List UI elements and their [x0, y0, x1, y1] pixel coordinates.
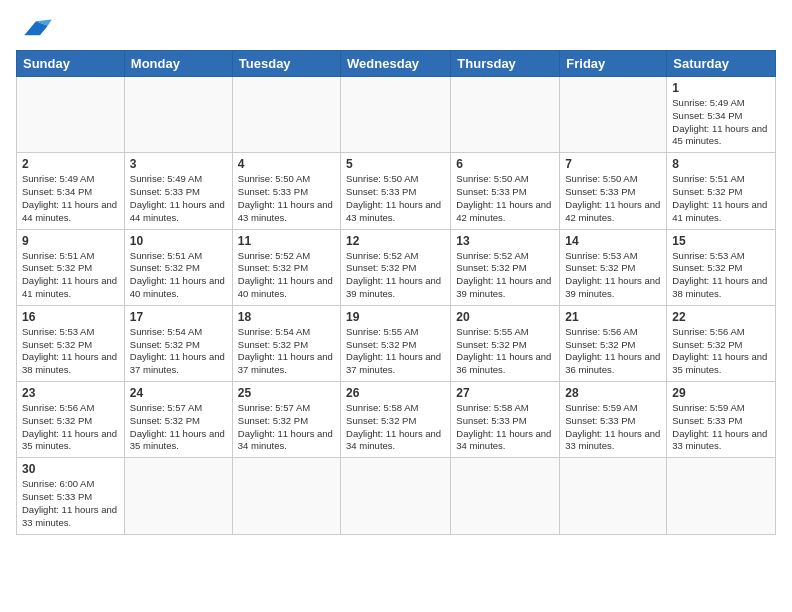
calendar-cell: 14Sunrise: 5:53 AM Sunset: 5:32 PM Dayli…: [560, 229, 667, 305]
day-details: Sunrise: 5:56 AM Sunset: 5:32 PM Dayligh…: [22, 402, 119, 453]
calendar-cell: 20Sunrise: 5:55 AM Sunset: 5:32 PM Dayli…: [451, 305, 560, 381]
calendar-cell: 1Sunrise: 5:49 AM Sunset: 5:34 PM Daylig…: [667, 77, 776, 153]
calendar-week-4: 16Sunrise: 5:53 AM Sunset: 5:32 PM Dayli…: [17, 305, 776, 381]
header-day-friday: Friday: [560, 51, 667, 77]
calendar-cell: 6Sunrise: 5:50 AM Sunset: 5:33 PM Daylig…: [451, 153, 560, 229]
logo-icon: [16, 18, 56, 40]
calendar-cell: 4Sunrise: 5:50 AM Sunset: 5:33 PM Daylig…: [232, 153, 340, 229]
calendar-cell: [451, 77, 560, 153]
day-details: Sunrise: 5:52 AM Sunset: 5:32 PM Dayligh…: [238, 250, 335, 301]
day-number: 30: [22, 462, 119, 476]
calendar-week-1: 1Sunrise: 5:49 AM Sunset: 5:34 PM Daylig…: [17, 77, 776, 153]
calendar-table: SundayMondayTuesdayWednesdayThursdayFrid…: [16, 50, 776, 535]
calendar-cell: 8Sunrise: 5:51 AM Sunset: 5:32 PM Daylig…: [667, 153, 776, 229]
calendar-cell: 22Sunrise: 5:56 AM Sunset: 5:32 PM Dayli…: [667, 305, 776, 381]
calendar-cell: 18Sunrise: 5:54 AM Sunset: 5:32 PM Dayli…: [232, 305, 340, 381]
calendar-cell: 3Sunrise: 5:49 AM Sunset: 5:33 PM Daylig…: [124, 153, 232, 229]
calendar-cell: 13Sunrise: 5:52 AM Sunset: 5:32 PM Dayli…: [451, 229, 560, 305]
day-number: 28: [565, 386, 661, 400]
calendar-cell: 5Sunrise: 5:50 AM Sunset: 5:33 PM Daylig…: [341, 153, 451, 229]
calendar-cell: 25Sunrise: 5:57 AM Sunset: 5:32 PM Dayli…: [232, 382, 340, 458]
calendar-cell: [341, 77, 451, 153]
header-row: SundayMondayTuesdayWednesdayThursdayFrid…: [17, 51, 776, 77]
calendar-cell: [124, 77, 232, 153]
header-day-thursday: Thursday: [451, 51, 560, 77]
day-number: 15: [672, 234, 770, 248]
day-number: 22: [672, 310, 770, 324]
day-details: Sunrise: 5:53 AM Sunset: 5:32 PM Dayligh…: [565, 250, 661, 301]
calendar-week-2: 2Sunrise: 5:49 AM Sunset: 5:34 PM Daylig…: [17, 153, 776, 229]
day-number: 12: [346, 234, 445, 248]
day-details: Sunrise: 5:53 AM Sunset: 5:32 PM Dayligh…: [22, 326, 119, 377]
header-day-monday: Monday: [124, 51, 232, 77]
calendar-cell: [232, 77, 340, 153]
calendar-cell: 26Sunrise: 5:58 AM Sunset: 5:32 PM Dayli…: [341, 382, 451, 458]
day-details: Sunrise: 5:55 AM Sunset: 5:32 PM Dayligh…: [456, 326, 554, 377]
logo: [16, 16, 60, 40]
day-number: 21: [565, 310, 661, 324]
calendar-cell: 21Sunrise: 5:56 AM Sunset: 5:32 PM Dayli…: [560, 305, 667, 381]
day-number: 19: [346, 310, 445, 324]
day-number: 26: [346, 386, 445, 400]
day-details: Sunrise: 5:52 AM Sunset: 5:32 PM Dayligh…: [456, 250, 554, 301]
day-details: Sunrise: 5:58 AM Sunset: 5:33 PM Dayligh…: [456, 402, 554, 453]
header-day-tuesday: Tuesday: [232, 51, 340, 77]
day-number: 13: [456, 234, 554, 248]
calendar-header: SundayMondayTuesdayWednesdayThursdayFrid…: [17, 51, 776, 77]
calendar-cell: 23Sunrise: 5:56 AM Sunset: 5:32 PM Dayli…: [17, 382, 125, 458]
day-number: 4: [238, 157, 335, 171]
day-details: Sunrise: 5:49 AM Sunset: 5:34 PM Dayligh…: [22, 173, 119, 224]
header-day-sunday: Sunday: [17, 51, 125, 77]
day-details: Sunrise: 5:57 AM Sunset: 5:32 PM Dayligh…: [238, 402, 335, 453]
day-details: Sunrise: 5:51 AM Sunset: 5:32 PM Dayligh…: [672, 173, 770, 224]
day-number: 16: [22, 310, 119, 324]
day-details: Sunrise: 5:58 AM Sunset: 5:32 PM Dayligh…: [346, 402, 445, 453]
calendar-cell: 27Sunrise: 5:58 AM Sunset: 5:33 PM Dayli…: [451, 382, 560, 458]
calendar-cell: 10Sunrise: 5:51 AM Sunset: 5:32 PM Dayli…: [124, 229, 232, 305]
day-number: 27: [456, 386, 554, 400]
calendar-cell: [560, 458, 667, 534]
day-details: Sunrise: 5:50 AM Sunset: 5:33 PM Dayligh…: [238, 173, 335, 224]
day-details: Sunrise: 5:56 AM Sunset: 5:32 PM Dayligh…: [672, 326, 770, 377]
calendar-week-3: 9Sunrise: 5:51 AM Sunset: 5:32 PM Daylig…: [17, 229, 776, 305]
day-details: Sunrise: 5:49 AM Sunset: 5:34 PM Dayligh…: [672, 97, 770, 148]
day-details: Sunrise: 5:57 AM Sunset: 5:32 PM Dayligh…: [130, 402, 227, 453]
calendar-cell: 15Sunrise: 5:53 AM Sunset: 5:32 PM Dayli…: [667, 229, 776, 305]
day-details: Sunrise: 5:51 AM Sunset: 5:32 PM Dayligh…: [22, 250, 119, 301]
calendar-cell: 2Sunrise: 5:49 AM Sunset: 5:34 PM Daylig…: [17, 153, 125, 229]
day-number: 29: [672, 386, 770, 400]
calendar-cell: 7Sunrise: 5:50 AM Sunset: 5:33 PM Daylig…: [560, 153, 667, 229]
calendar-cell: 19Sunrise: 5:55 AM Sunset: 5:32 PM Dayli…: [341, 305, 451, 381]
calendar-cell: [667, 458, 776, 534]
header-day-wednesday: Wednesday: [341, 51, 451, 77]
day-number: 14: [565, 234, 661, 248]
day-details: Sunrise: 5:50 AM Sunset: 5:33 PM Dayligh…: [565, 173, 661, 224]
calendar-cell: 9Sunrise: 5:51 AM Sunset: 5:32 PM Daylig…: [17, 229, 125, 305]
day-details: Sunrise: 5:50 AM Sunset: 5:33 PM Dayligh…: [456, 173, 554, 224]
day-details: Sunrise: 5:53 AM Sunset: 5:32 PM Dayligh…: [672, 250, 770, 301]
day-number: 6: [456, 157, 554, 171]
day-details: Sunrise: 5:59 AM Sunset: 5:33 PM Dayligh…: [672, 402, 770, 453]
header-day-saturday: Saturday: [667, 51, 776, 77]
logo-area: [16, 16, 60, 40]
calendar-cell: [341, 458, 451, 534]
calendar-cell: 16Sunrise: 5:53 AM Sunset: 5:32 PM Dayli…: [17, 305, 125, 381]
day-number: 20: [456, 310, 554, 324]
day-number: 24: [130, 386, 227, 400]
calendar-cell: 17Sunrise: 5:54 AM Sunset: 5:32 PM Dayli…: [124, 305, 232, 381]
calendar-week-6: 30Sunrise: 6:00 AM Sunset: 5:33 PM Dayli…: [17, 458, 776, 534]
calendar-cell: [560, 77, 667, 153]
day-number: 25: [238, 386, 335, 400]
day-number: 8: [672, 157, 770, 171]
calendar-cell: 29Sunrise: 5:59 AM Sunset: 5:33 PM Dayli…: [667, 382, 776, 458]
day-details: Sunrise: 5:55 AM Sunset: 5:32 PM Dayligh…: [346, 326, 445, 377]
day-number: 9: [22, 234, 119, 248]
calendar-cell: 24Sunrise: 5:57 AM Sunset: 5:32 PM Dayli…: [124, 382, 232, 458]
day-number: 17: [130, 310, 227, 324]
day-details: Sunrise: 5:54 AM Sunset: 5:32 PM Dayligh…: [130, 326, 227, 377]
day-number: 18: [238, 310, 335, 324]
day-details: Sunrise: 5:50 AM Sunset: 5:33 PM Dayligh…: [346, 173, 445, 224]
day-details: Sunrise: 5:56 AM Sunset: 5:32 PM Dayligh…: [565, 326, 661, 377]
day-details: Sunrise: 5:51 AM Sunset: 5:32 PM Dayligh…: [130, 250, 227, 301]
calendar-week-5: 23Sunrise: 5:56 AM Sunset: 5:32 PM Dayli…: [17, 382, 776, 458]
